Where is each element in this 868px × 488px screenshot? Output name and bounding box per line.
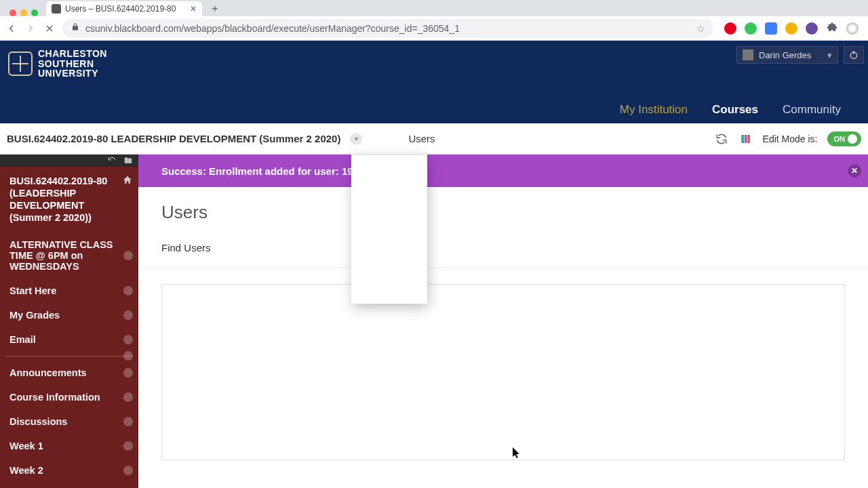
find-users-label: Find Users xyxy=(161,242,211,253)
nav-my-institution[interactable]: My Institution xyxy=(620,103,688,117)
menu-dot-icon[interactable] xyxy=(123,335,133,344)
app-header: CHARLESTON SOUTHERN UNIVERSITY Darin Ger… xyxy=(0,41,868,123)
yellow-ext-icon[interactable] xyxy=(785,22,797,35)
breadcrumb-course[interactable]: BUSI.624402.2019-80 LEADERSHIP DEVELOPME… xyxy=(7,133,340,144)
menu-dot-icon[interactable] xyxy=(123,310,133,320)
sidebar-divider xyxy=(5,356,133,357)
svg-rect-2 xyxy=(744,135,747,143)
breadcrumb-bar: BUSI.624402.2019-80 LEADERSHIP DEVELOPME… xyxy=(0,123,868,155)
pinterest-ext-icon[interactable] xyxy=(724,22,736,35)
find-users-row: Find Users xyxy=(138,242,868,268)
dropdown-panel[interactable] xyxy=(351,155,427,304)
extensions-puzzle-icon[interactable] xyxy=(826,21,838,36)
sidebar-gutter[interactable] xyxy=(0,155,7,167)
main-content: Success: Enrollment added for user: 1938… xyxy=(138,155,868,488)
sidebar-toolbar xyxy=(0,155,138,167)
address-bar[interactable]: csuniv.blackboard.com/webapps/blackboard… xyxy=(62,19,713,38)
sidebar-item-course-information[interactable]: Course Information xyxy=(0,385,138,409)
browser-tab[interactable]: Users – BUSI.624402.2019-80 ✕ xyxy=(46,1,202,16)
stop-reload-button[interactable] xyxy=(43,22,56,35)
sidebar-item-discussions[interactable]: Discussions xyxy=(0,409,138,434)
menu-dot-icon[interactable] xyxy=(123,417,133,426)
sidebar-refresh-icon[interactable] xyxy=(107,156,117,165)
svg-rect-1 xyxy=(741,135,744,143)
profile-avatar-icon[interactable] xyxy=(846,22,859,35)
sidebar-item-start-here[interactable]: Start Here xyxy=(0,279,138,303)
bookmark-star-icon[interactable]: ☆ xyxy=(696,23,705,34)
browser-toolbar: csuniv.blackboard.com/webapps/blackboard… xyxy=(0,16,868,41)
nav-courses[interactable]: Courses xyxy=(712,103,758,117)
page-title: Users xyxy=(161,202,868,223)
menu-dot-icon[interactable] xyxy=(123,251,133,260)
edit-mode-toggle[interactable]: ON xyxy=(827,131,862,146)
green-ext-icon[interactable] xyxy=(745,22,757,35)
refresh-icon[interactable] xyxy=(714,131,729,146)
new-tab-button[interactable]: + xyxy=(208,1,222,16)
sidebar-folder-icon[interactable] xyxy=(123,156,133,165)
sidebar-item-week-1[interactable]: Week 1 xyxy=(0,434,138,458)
page-body: BUSI.624402.2019-80 (LEADERSHIP DEVELOPM… xyxy=(0,155,868,488)
logout-button[interactable] xyxy=(844,46,864,64)
tab-bar: Users – BUSI.624402.2019-80 ✕ + xyxy=(0,0,868,16)
blue-ext-icon[interactable] xyxy=(765,22,777,35)
menu-dot-icon[interactable] xyxy=(123,368,133,378)
lock-icon xyxy=(71,22,80,34)
close-window-icon[interactable] xyxy=(9,9,16,16)
browser-chrome: Users – BUSI.624402.2019-80 ✕ + csuniv.b… xyxy=(0,0,868,41)
menu-dot-icon[interactable] xyxy=(123,466,133,475)
sidebar-item-announcements[interactable]: Announcements xyxy=(0,361,138,385)
back-button[interactable] xyxy=(5,22,18,35)
minimize-window-icon[interactable] xyxy=(20,9,27,16)
sidebar-item-week-2[interactable]: Week 2 xyxy=(0,458,138,483)
sidebar-item-alt-time[interactable]: ALTERNATIVE CLASS TIME @ 6PM on WEDNESDA… xyxy=(0,232,138,279)
avatar-icon xyxy=(743,49,753,60)
chevron-down-icon: ▾ xyxy=(827,50,832,60)
extensions xyxy=(720,21,863,36)
institution-logo[interactable]: CHARLESTON SOUTHERN UNIVERSITY xyxy=(8,49,107,79)
maximize-window-icon[interactable] xyxy=(31,9,38,16)
sidebar-course-title[interactable]: BUSI.624402.2019-80 (LEADERSHIP DEVELOPM… xyxy=(0,167,138,232)
tab-close-icon[interactable]: ✕ xyxy=(190,4,197,14)
menu-dot-icon[interactable] xyxy=(123,441,133,451)
sidebar-item-email[interactable]: Email xyxy=(0,327,138,352)
success-banner: Success: Enrollment added for user: 1938… xyxy=(138,155,868,187)
banner-close-icon[interactable]: ✕ xyxy=(848,164,861,178)
tab-title: Users – BUSI.624402.2019-80 xyxy=(65,4,176,14)
user-name: Darin Gerdes xyxy=(759,50,811,60)
institution-name: CHARLESTON SOUTHERN UNIVERSITY xyxy=(38,49,107,79)
edit-mode-state: ON xyxy=(834,135,846,143)
home-icon[interactable] xyxy=(122,175,133,188)
tab-favicon xyxy=(52,4,61,14)
logo-mark-icon xyxy=(8,52,33,76)
svg-rect-3 xyxy=(747,135,750,143)
results-panel xyxy=(161,284,845,460)
course-sidebar: BUSI.624402.2019-80 (LEADERSHIP DEVELOPM… xyxy=(0,155,138,488)
toggle-knob-icon xyxy=(848,134,857,144)
menu-dot-icon[interactable] xyxy=(123,286,133,296)
breadcrumb-chevron-icon[interactable]: ▾ xyxy=(350,133,362,145)
window-controls[interactable] xyxy=(4,7,43,16)
nav-community[interactable]: Community xyxy=(783,103,841,117)
user-menu[interactable]: Darin Gerdes ▾ xyxy=(736,46,838,64)
menu-dot-icon[interactable] xyxy=(123,351,133,361)
url-text: csuniv.blackboard.com/webapps/blackboard… xyxy=(85,23,460,34)
menu-dot-icon[interactable] xyxy=(123,392,133,402)
breadcrumb-page[interactable]: Users xyxy=(408,133,435,144)
sidebar-item-my-grades[interactable]: My Grades xyxy=(0,303,138,327)
forward-button[interactable] xyxy=(24,22,37,35)
edit-mode-label: Edit Mode is: xyxy=(763,134,818,144)
main-nav: My Institution Courses Community xyxy=(620,103,841,117)
purple-ext-icon[interactable] xyxy=(806,22,818,35)
theme-icon[interactable] xyxy=(738,131,753,146)
